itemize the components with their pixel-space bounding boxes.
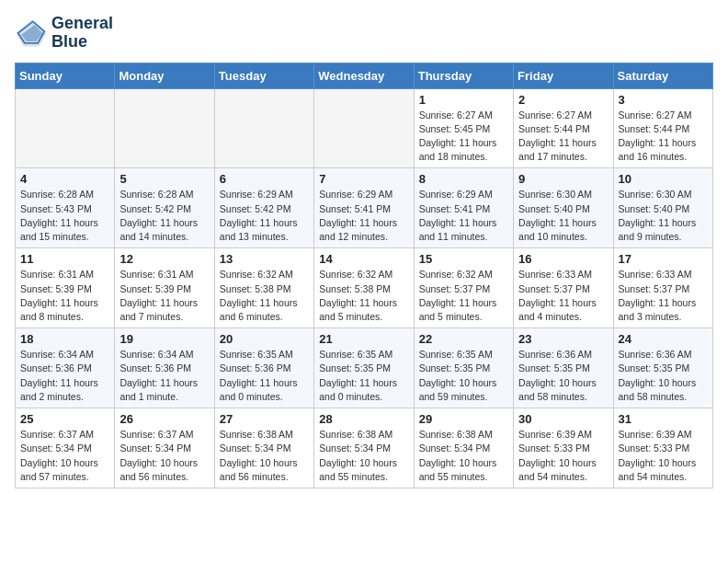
page-header: General Blue xyxy=(15,15,713,52)
sunset-text: Sunset: 5:35 PM xyxy=(319,362,391,373)
daylight-text: Daylight: 11 hours and 18 minutes. xyxy=(419,137,497,162)
day-info: Sunrise: 6:29 AMSunset: 5:41 PMDaylight:… xyxy=(419,188,508,244)
sunset-text: Sunset: 5:36 PM xyxy=(119,362,191,373)
sunset-text: Sunset: 5:44 PM xyxy=(619,123,690,134)
weekday-header-wednesday: Wednesday xyxy=(314,63,414,88)
week-row-5: 25Sunrise: 6:37 AMSunset: 5:34 PMDayligh… xyxy=(16,408,713,488)
sunrise-text: Sunrise: 6:27 AM xyxy=(419,109,493,121)
day-info: Sunrise: 6:30 AMSunset: 5:40 PMDaylight:… xyxy=(518,188,608,244)
sunrise-text: Sunrise: 6:34 AM xyxy=(119,349,193,360)
daylight-text: Daylight: 11 hours and 8 minutes. xyxy=(20,297,98,322)
sunrise-text: Sunrise: 6:31 AM xyxy=(119,269,193,280)
day-number: 29 xyxy=(419,412,508,426)
calendar-table: SundayMondayTuesdayWednesdayThursdayFrid… xyxy=(15,63,713,488)
day-info: Sunrise: 6:36 AMSunset: 5:35 PMDaylight:… xyxy=(518,348,608,404)
daylight-text: Daylight: 11 hours and 12 minutes. xyxy=(319,217,397,242)
day-cell-28: 28Sunrise: 6:38 AMSunset: 5:34 PMDayligh… xyxy=(314,408,414,488)
day-cell-4: 4Sunrise: 6:28 AMSunset: 5:43 PMDaylight… xyxy=(16,168,115,248)
daylight-text: Daylight: 10 hours and 56 minutes. xyxy=(119,457,198,482)
day-cell-8: 8Sunrise: 6:29 AMSunset: 5:41 PMDaylight… xyxy=(414,168,513,248)
sunrise-text: Sunrise: 6:30 AM xyxy=(619,189,692,200)
day-cell-30: 30Sunrise: 6:39 AMSunset: 5:33 PMDayligh… xyxy=(514,408,613,488)
day-info: Sunrise: 6:37 AMSunset: 5:34 PMDaylight:… xyxy=(20,428,109,484)
sunset-text: Sunset: 5:42 PM xyxy=(119,203,191,214)
day-number: 5 xyxy=(119,172,209,186)
day-info: Sunrise: 6:35 AMSunset: 5:35 PMDaylight:… xyxy=(419,348,508,404)
logo-icon xyxy=(15,17,48,50)
day-cell-9: 9Sunrise: 6:30 AMSunset: 5:40 PMDaylight… xyxy=(514,168,613,248)
day-cell-13: 13Sunrise: 6:32 AMSunset: 5:38 PMDayligh… xyxy=(214,248,313,328)
sunrise-text: Sunrise: 6:35 AM xyxy=(220,349,293,360)
weekday-header-monday: Monday xyxy=(115,63,214,88)
sunrise-text: Sunrise: 6:39 AM xyxy=(619,429,692,440)
day-info: Sunrise: 6:38 AMSunset: 5:34 PMDaylight:… xyxy=(419,428,508,484)
daylight-text: Daylight: 11 hours and 11 minutes. xyxy=(419,217,497,242)
sunset-text: Sunset: 5:34 PM xyxy=(119,442,191,454)
day-number: 7 xyxy=(319,172,408,186)
day-cell-12: 12Sunrise: 6:31 AMSunset: 5:39 PMDayligh… xyxy=(115,248,214,328)
empty-cell xyxy=(115,88,214,168)
sunrise-text: Sunrise: 6:36 AM xyxy=(619,349,692,360)
daylight-text: Daylight: 11 hours and 16 minutes. xyxy=(619,137,697,162)
day-number: 26 xyxy=(119,412,209,426)
sunrise-text: Sunrise: 6:37 AM xyxy=(119,429,193,440)
sunset-text: Sunset: 5:39 PM xyxy=(119,283,191,294)
day-info: Sunrise: 6:32 AMSunset: 5:38 PMDaylight:… xyxy=(220,268,309,324)
day-info: Sunrise: 6:35 AMSunset: 5:36 PMDaylight:… xyxy=(220,348,309,404)
day-info: Sunrise: 6:28 AMSunset: 5:42 PMDaylight:… xyxy=(119,188,209,244)
day-number: 23 xyxy=(518,332,608,346)
day-info: Sunrise: 6:27 AMSunset: 5:44 PMDaylight:… xyxy=(518,109,608,165)
daylight-text: Daylight: 11 hours and 15 minutes. xyxy=(20,217,98,242)
sunrise-text: Sunrise: 6:30 AM xyxy=(518,189,592,200)
daylight-text: Daylight: 10 hours and 57 minutes. xyxy=(20,457,98,482)
day-cell-5: 5Sunrise: 6:28 AMSunset: 5:42 PMDaylight… xyxy=(115,168,214,248)
sunset-text: Sunset: 5:38 PM xyxy=(220,283,291,294)
day-cell-24: 24Sunrise: 6:36 AMSunset: 5:35 PMDayligh… xyxy=(613,328,712,408)
sunset-text: Sunset: 5:33 PM xyxy=(619,442,690,454)
daylight-text: Daylight: 11 hours and 5 minutes. xyxy=(319,297,397,322)
daylight-text: Daylight: 11 hours and 17 minutes. xyxy=(518,137,597,162)
day-cell-20: 20Sunrise: 6:35 AMSunset: 5:36 PMDayligh… xyxy=(214,328,313,408)
weekday-header-tuesday: Tuesday xyxy=(214,63,313,88)
sunset-text: Sunset: 5:35 PM xyxy=(419,362,491,373)
day-number: 4 xyxy=(20,172,109,186)
daylight-text: Daylight: 10 hours and 54 minutes. xyxy=(619,457,697,482)
day-cell-15: 15Sunrise: 6:32 AMSunset: 5:37 PMDayligh… xyxy=(414,248,513,328)
day-cell-31: 31Sunrise: 6:39 AMSunset: 5:33 PMDayligh… xyxy=(613,408,712,488)
day-info: Sunrise: 6:39 AMSunset: 5:33 PMDaylight:… xyxy=(619,428,708,484)
daylight-text: Daylight: 11 hours and 14 minutes. xyxy=(119,217,198,242)
day-info: Sunrise: 6:30 AMSunset: 5:40 PMDaylight:… xyxy=(619,188,708,244)
daylight-text: Daylight: 11 hours and 4 minutes. xyxy=(518,297,597,322)
day-number: 27 xyxy=(220,412,309,426)
day-cell-3: 3Sunrise: 6:27 AMSunset: 5:44 PMDaylight… xyxy=(613,88,712,168)
daylight-text: Daylight: 10 hours and 56 minutes. xyxy=(220,457,298,482)
day-number: 15 xyxy=(419,252,508,266)
daylight-text: Daylight: 10 hours and 59 minutes. xyxy=(419,377,497,402)
daylight-text: Daylight: 11 hours and 3 minutes. xyxy=(619,297,697,322)
day-cell-2: 2Sunrise: 6:27 AMSunset: 5:44 PMDaylight… xyxy=(514,88,613,168)
daylight-text: Daylight: 11 hours and 10 minutes. xyxy=(518,217,597,242)
day-number: 8 xyxy=(419,172,508,186)
day-info: Sunrise: 6:34 AMSunset: 5:36 PMDaylight:… xyxy=(119,348,209,404)
day-number: 30 xyxy=(518,412,608,426)
weekday-header-sunday: Sunday xyxy=(16,63,115,88)
logo-text: General Blue xyxy=(51,15,113,52)
daylight-text: Daylight: 10 hours and 58 minutes. xyxy=(518,377,597,402)
day-number: 13 xyxy=(220,252,309,266)
sunrise-text: Sunrise: 6:29 AM xyxy=(419,189,493,200)
day-info: Sunrise: 6:33 AMSunset: 5:37 PMDaylight:… xyxy=(619,268,708,324)
day-cell-10: 10Sunrise: 6:30 AMSunset: 5:40 PMDayligh… xyxy=(613,168,712,248)
sunrise-text: Sunrise: 6:33 AM xyxy=(619,269,692,280)
weekday-header-thursday: Thursday xyxy=(414,63,513,88)
weekday-header-row: SundayMondayTuesdayWednesdayThursdayFrid… xyxy=(16,63,713,88)
sunrise-text: Sunrise: 6:36 AM xyxy=(518,349,592,360)
sunrise-text: Sunrise: 6:39 AM xyxy=(518,429,592,440)
day-info: Sunrise: 6:38 AMSunset: 5:34 PMDaylight:… xyxy=(220,428,309,484)
day-info: Sunrise: 6:32 AMSunset: 5:37 PMDaylight:… xyxy=(419,268,508,324)
sunset-text: Sunset: 5:36 PM xyxy=(20,362,92,373)
day-cell-22: 22Sunrise: 6:35 AMSunset: 5:35 PMDayligh… xyxy=(414,328,513,408)
daylight-text: Daylight: 11 hours and 13 minutes. xyxy=(220,217,298,242)
sunset-text: Sunset: 5:44 PM xyxy=(518,123,590,134)
day-info: Sunrise: 6:31 AMSunset: 5:39 PMDaylight:… xyxy=(119,268,209,324)
day-cell-21: 21Sunrise: 6:35 AMSunset: 5:35 PMDayligh… xyxy=(314,328,414,408)
